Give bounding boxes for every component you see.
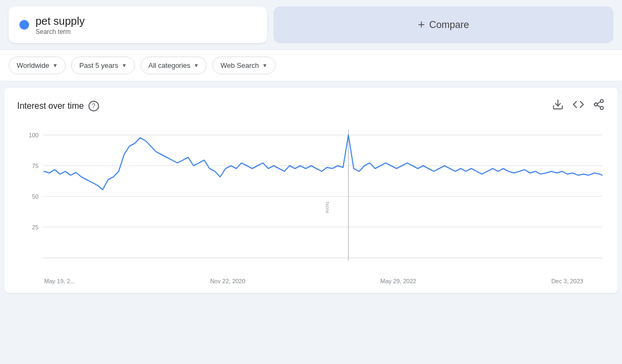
- region-filter-label: Worldwide: [17, 61, 49, 69]
- region-filter[interactable]: Worldwide ▼: [9, 57, 66, 74]
- chart-header: Interest over time ?: [17, 99, 605, 113]
- chart-title: Interest over time: [17, 101, 84, 111]
- svg-line-5: [597, 102, 600, 104]
- compare-button[interactable]: + Compare: [274, 6, 613, 43]
- x-label-1: Nov 22, 2020: [210, 278, 245, 284]
- filter-bar: Worldwide ▼ Past 5 years ▼ All categorie…: [0, 50, 622, 81]
- download-icon[interactable]: [552, 99, 564, 113]
- chart-title-area: Interest over time ?: [17, 101, 99, 111]
- help-icon[interactable]: ?: [88, 101, 99, 111]
- chart-svg: 100 75 50 25 Note: [17, 124, 605, 275]
- category-filter[interactable]: All categories ▼: [141, 57, 207, 74]
- x-axis-labels: May 19, 2... Nov 22, 2020 May 29, 2022 D…: [17, 275, 605, 284]
- time-filter[interactable]: Past 5 years ▼: [71, 57, 135, 74]
- compare-label: Compare: [429, 19, 469, 31]
- search-term-label: Search term: [36, 28, 85, 36]
- search-dot: [19, 20, 29, 30]
- svg-text:100: 100: [29, 132, 38, 138]
- x-label-3: Dec 3, 2023: [551, 278, 583, 284]
- svg-text:Note: Note: [325, 202, 331, 214]
- category-filter-label: All categories: [149, 61, 191, 69]
- embed-icon[interactable]: [572, 99, 584, 113]
- svg-line-4: [597, 105, 600, 107]
- search-term-text: pet supply Search term: [36, 14, 85, 36]
- time-filter-label: Past 5 years: [79, 61, 118, 69]
- top-bar: pet supply Search term + Compare: [0, 0, 622, 50]
- x-label-2: May 29, 2022: [380, 278, 416, 284]
- chart-area: 100 75 50 25 Note: [17, 124, 605, 275]
- search-term-name: pet supply: [36, 14, 85, 28]
- svg-text:50: 50: [32, 193, 39, 200]
- search-term-box: pet supply Search term: [9, 6, 267, 43]
- category-chevron-icon: ▼: [194, 62, 199, 68]
- search-type-filter[interactable]: Web Search ▼: [212, 57, 275, 74]
- svg-text:25: 25: [32, 224, 39, 230]
- chart-card: Interest over time ?: [4, 88, 618, 293]
- help-icon-label: ?: [92, 102, 95, 110]
- compare-plus-icon: +: [418, 18, 425, 32]
- x-label-0: May 19, 2...: [44, 278, 75, 284]
- share-icon[interactable]: [593, 99, 605, 113]
- chart-actions: [552, 99, 605, 113]
- search-type-chevron-icon: ▼: [262, 62, 268, 68]
- region-chevron-icon: ▼: [52, 62, 58, 68]
- search-type-filter-label: Web Search: [220, 61, 258, 69]
- svg-text:75: 75: [32, 163, 39, 169]
- time-chevron-icon: ▼: [122, 62, 127, 68]
